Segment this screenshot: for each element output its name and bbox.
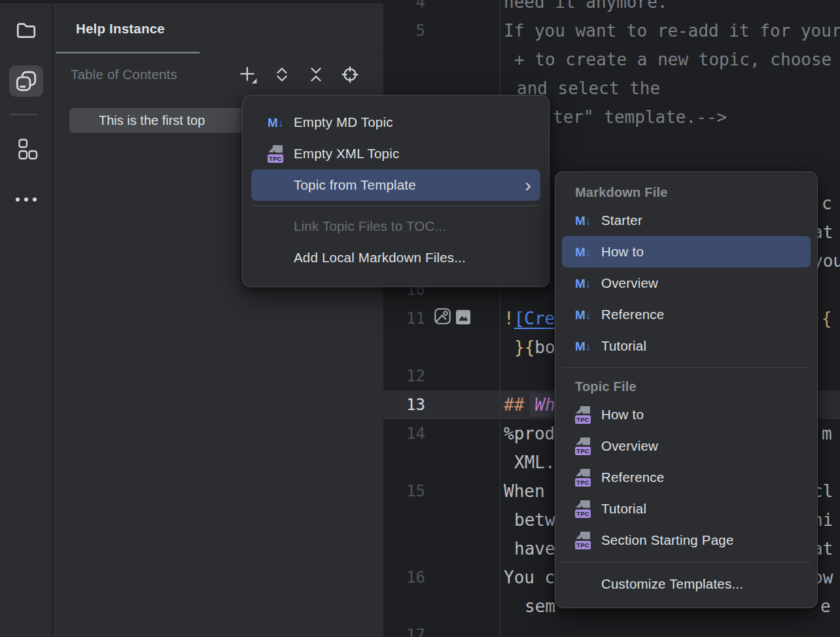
menu-item-topic-from-template[interactable]: Topic from Template ›	[251, 169, 540, 201]
collapse-all-icon	[307, 66, 324, 83]
new-topic-menu: M↓ Empty MD Topic TPC Empty XML Topic To…	[242, 95, 550, 287]
topic-file-icon: TPC	[575, 500, 592, 518]
submenu-item-section-starting-page[interactable]: TPC Section Starting Page	[562, 525, 811, 556]
line-number: 16	[383, 563, 425, 592]
menu-separator	[562, 562, 811, 562]
code-line: %prod	[504, 419, 555, 448]
code-fragment: m	[822, 419, 832, 448]
line-number: 11	[383, 304, 425, 333]
menu-item-add-local-markdown[interactable]: Add Local Markdown Files...	[251, 242, 540, 273]
menu-separator	[562, 368, 811, 368]
tool-window-stripe	[0, 0, 52, 637]
topic-file-icon: TPC	[575, 469, 592, 487]
window-top-edge	[0, 0, 383, 3]
help-instance-tool-button[interactable]	[9, 65, 43, 97]
line-number: 14	[383, 419, 425, 448]
tab-title: Help Instance	[76, 21, 165, 37]
structure-icon	[14, 138, 38, 160]
writerside-window: Help Instance Table of Contents	[0, 0, 840, 637]
markdown-file-icon: M↓	[575, 340, 591, 353]
submenu-item-tpc-overview[interactable]: TPC Overview	[562, 430, 811, 462]
markdown-file-icon: M↓	[575, 277, 591, 290]
line-number: 12	[383, 362, 425, 390]
active-tab-underline	[56, 52, 200, 54]
submenu-item-md-reference[interactable]: M↓ Reference	[562, 299, 811, 330]
toc-title: Table of Contents	[71, 54, 177, 95]
more-icon	[14, 196, 39, 203]
image-outline-gutter-icon[interactable]	[434, 307, 451, 325]
code-line: When	[504, 477, 545, 506]
add-topic-button[interactable]	[238, 65, 258, 84]
submenu-header-markdown-file: Markdown File	[555, 180, 817, 205]
menu-item-empty-xml-topic[interactable]: TPC Empty XML Topic	[251, 138, 540, 169]
toc-item-label: This is the first top	[99, 113, 205, 128]
submenu-item-md-tutorial[interactable]: M↓ Tutorial	[562, 330, 811, 362]
menu-item-link-topic-files[interactable]: Link Topic Files to TOC...	[251, 211, 540, 242]
code-line: sem	[525, 592, 555, 621]
submenu-item-tpc-reference[interactable]: TPC Reference	[562, 462, 811, 493]
line-number: 4	[383, 0, 425, 16]
markdown-file-icon: M↓	[575, 309, 591, 321]
toc-item-first-topic[interactable]: This is the first top	[69, 108, 270, 133]
line-number-active: 13	[383, 390, 425, 419]
code-line: }{bo	[514, 333, 555, 362]
line-number: 17	[383, 621, 425, 637]
topic-from-template-submenu: Markdown File M↓ Starter M↓ How to M↓ Ov…	[555, 171, 818, 608]
instances-icon	[15, 70, 37, 92]
submenu-item-md-overview[interactable]: M↓ Overview	[562, 267, 811, 299]
submenu-header-topic-file: Topic File	[555, 374, 817, 399]
code-line: You c	[504, 563, 555, 592]
expand-all-icon	[273, 66, 290, 83]
code-line: ![Cre	[504, 304, 555, 333]
markdown-file-icon: M↓	[268, 116, 283, 129]
expand-all-button[interactable]	[272, 65, 292, 84]
menu-separator	[251, 205, 540, 206]
markdown-file-icon: M↓	[575, 215, 591, 227]
toc-toolbar: Table of Contents	[53, 54, 383, 95]
code-line: need it anymore.	[504, 0, 667, 16]
submenu-item-tpc-tutorial[interactable]: TPC Tutorial	[562, 493, 811, 525]
submenu-item-md-how-to[interactable]: M↓ How to	[562, 236, 811, 267]
code-line: + to create a new topic, choose	[514, 45, 831, 74]
more-tool-windows-button[interactable]	[9, 184, 43, 215]
target-icon	[341, 65, 359, 84]
folder-icon	[15, 19, 37, 41]
collapse-all-button[interactable]	[306, 65, 326, 84]
topic-file-icon: TPC	[575, 532, 592, 549]
topic-file-icon: TPC	[268, 145, 285, 163]
structure-tool-button[interactable]	[9, 133, 43, 165]
image-preview-gutter-icon[interactable]	[455, 309, 471, 325]
submenu-item-customize-templates[interactable]: Customize Templates...	[562, 568, 811, 600]
locate-opened-file-button[interactable]	[340, 65, 360, 84]
stripe-divider	[10, 114, 37, 115]
markdown-file-icon: M↓	[575, 246, 591, 258]
code-line: betw	[514, 506, 555, 534]
code-line-current: ##Wh	[504, 390, 555, 419]
code-fragment: e	[820, 592, 831, 621]
plus-dropdown-icon	[238, 65, 258, 84]
topic-file-icon: TPC	[575, 438, 592, 455]
line-number: 15	[383, 477, 425, 506]
tab-help-instance[interactable]: Help Instance	[56, 3, 165, 54]
code-line: If you want to re-add it for your	[504, 16, 840, 45]
menu-item-empty-md-topic[interactable]: M↓ Empty MD Topic	[251, 107, 540, 138]
topic-file-icon: TPC	[575, 406, 592, 424]
submenu-item-tpc-how-to[interactable]: TPC How to	[562, 399, 811, 430]
code-fragment: c	[822, 189, 832, 218]
line-number: 5	[383, 16, 425, 45]
code-line: XML.	[514, 448, 555, 477]
tool-window-header: Help Instance	[53, 0, 383, 54]
project-folder-button[interactable]	[9, 14, 43, 46]
submenu-item-starter[interactable]: M↓ Starter	[562, 205, 811, 236]
code-line: ter" template.-->	[553, 103, 727, 131]
code-line: have	[514, 534, 555, 563]
